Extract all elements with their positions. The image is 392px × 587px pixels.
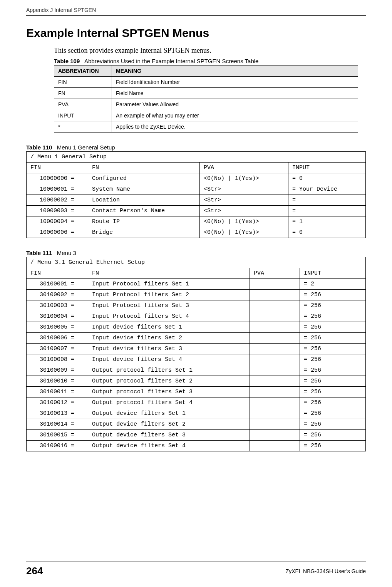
table-cell: 30100012 = bbox=[27, 397, 88, 408]
table-cell: = bbox=[288, 195, 366, 206]
table-cell: 30100004 = bbox=[27, 311, 88, 322]
table-cell: = 0 bbox=[288, 173, 366, 184]
table-row: 30100001 =Input Protocol filters Set 1= … bbox=[27, 279, 366, 290]
table-cell: = 256 bbox=[300, 441, 366, 451]
table-cell: = 256 bbox=[300, 354, 366, 365]
table-row: FINField Identification Number bbox=[54, 77, 358, 88]
table-111-menu-title-row: / Menu 3.1 General Ethernet Setup bbox=[27, 257, 366, 268]
table-cell: Output device filters Set 2 bbox=[88, 419, 250, 430]
table-cell: 30100001 = bbox=[27, 279, 88, 290]
table-row: 10000006 =Bridge<0(No) | 1(Yes)>= 0 bbox=[27, 227, 366, 238]
table-cell: 10000006 = bbox=[27, 227, 88, 238]
table-row: 30100007 =Input device filters Set 3= 25… bbox=[27, 344, 366, 354]
table-cell: = 256 bbox=[300, 344, 366, 354]
table-cell: 30100014 = bbox=[27, 419, 88, 430]
table-111-caption: Table 111 Menu 3 bbox=[26, 250, 366, 256]
table-cell: <0(No) | 1(Yes)> bbox=[200, 173, 288, 184]
table-row: 30100014 =Output device filters Set 2= 2… bbox=[27, 419, 366, 430]
table-110-caption: Table 110 Menu 1 General Setup bbox=[26, 144, 366, 151]
table-cell: Input Protocol filters Set 4 bbox=[88, 311, 250, 322]
table-cell: <Str> bbox=[200, 195, 288, 206]
table-row: 30100016 =Output device filters Set 4= 2… bbox=[27, 441, 366, 451]
guide-name: ZyXEL NBG-334SH User’s Guide bbox=[286, 568, 366, 574]
table-cell bbox=[250, 300, 300, 311]
table-cell: Output device filters Set 1 bbox=[88, 408, 250, 419]
table-cell: = 256 bbox=[300, 376, 366, 387]
table-cell bbox=[250, 354, 300, 365]
table-110-text: Menu 1 General Setup bbox=[57, 144, 115, 151]
table-109-caption: Table 109 Abbreviations Used in the Exam… bbox=[54, 58, 366, 64]
table-cell: 30100003 = bbox=[27, 300, 88, 311]
running-header: Appendix J Internal SPTGEN bbox=[0, 0, 392, 13]
table-cell: Output protocol filters Set 4 bbox=[88, 397, 250, 408]
table-row: 10000000 =Configured<0(No) | 1(Yes)>= 0 bbox=[27, 173, 366, 184]
table-cell: Location bbox=[88, 195, 200, 206]
table-cell: = 256 bbox=[300, 419, 366, 430]
table-cell: Input Protocol filters Set 1 bbox=[88, 279, 250, 290]
table-row: 10000004 =Route IP<0(No) | 1(Yes)>= 1 bbox=[27, 216, 366, 227]
table-110-h3: INPUT bbox=[288, 163, 366, 173]
table-cell: = 256 bbox=[300, 387, 366, 397]
table-cell: <Str> bbox=[200, 184, 288, 195]
table-cell: * bbox=[54, 121, 112, 132]
table-cell: = 256 bbox=[300, 290, 366, 300]
table-cell bbox=[250, 387, 300, 397]
table-cell: 10000002 = bbox=[27, 195, 88, 206]
table-cell: 30100016 = bbox=[27, 441, 88, 451]
table-row: 30100006 =Input device filters Set 2= 25… bbox=[27, 333, 366, 344]
table-110-prefix: Table 110 bbox=[26, 144, 52, 151]
table-cell: 10000003 = bbox=[27, 206, 88, 216]
table-cell: 30100011 = bbox=[27, 387, 88, 397]
table-cell: = Your Device bbox=[288, 184, 366, 195]
table-row: 30100013 =Output device filters Set 1= 2… bbox=[27, 408, 366, 419]
table-111-h3: INPUT bbox=[300, 268, 366, 279]
table-row: 10000003 =Contact Person's Name<Str>= bbox=[27, 206, 366, 216]
table-row: 30100008 =Input device filters Set 4= 25… bbox=[27, 354, 366, 365]
table-cell: = 256 bbox=[300, 333, 366, 344]
table-cell: Input Protocol filters Set 3 bbox=[88, 300, 250, 311]
table-row: FNField Name bbox=[54, 88, 358, 99]
table-cell: Output device filters Set 4 bbox=[88, 441, 250, 451]
table-cell: 30100013 = bbox=[27, 408, 88, 419]
table-111-h2: PVA bbox=[250, 268, 300, 279]
table-111-h1: FN bbox=[88, 268, 250, 279]
table-cell: An example of what you may enter bbox=[112, 110, 358, 121]
table-cell: System Name bbox=[88, 184, 200, 195]
table-109: ABBREVIATION MEANING FINField Identifica… bbox=[54, 65, 358, 132]
table-cell: = 256 bbox=[300, 322, 366, 333]
table-110-menu-title-row: / Menu 1 General Setup bbox=[27, 152, 366, 163]
table-row: 10000002 =Location<Str>= bbox=[27, 195, 366, 206]
table-110-h2: PVA bbox=[200, 163, 288, 173]
table-cell: Field Name bbox=[112, 88, 358, 99]
table-cell: 30100015 = bbox=[27, 430, 88, 441]
table-row: 30100012 =Output protocol filters Set 4=… bbox=[27, 397, 366, 408]
table-row: PVAParameter Values Allowed bbox=[54, 99, 358, 110]
table-110-h0: FIN bbox=[27, 163, 88, 173]
table-cell: Parameter Values Allowed bbox=[112, 99, 358, 110]
table-row: 30100010 =Output protocol filters Set 2=… bbox=[27, 376, 366, 387]
table-cell: Configured bbox=[88, 173, 200, 184]
table-cell: Input device filters Set 3 bbox=[88, 344, 250, 354]
table-110-col-headers: FIN FN PVA INPUT bbox=[27, 163, 366, 173]
table-cell: = bbox=[288, 206, 366, 216]
table-cell: Input device filters Set 1 bbox=[88, 322, 250, 333]
table-cell: <0(No) | 1(Yes)> bbox=[200, 216, 288, 227]
table-cell: <0(No) | 1(Yes)> bbox=[200, 227, 288, 238]
table-cell: 10000000 = bbox=[27, 173, 88, 184]
table-cell: Output device filters Set 3 bbox=[88, 430, 250, 441]
section-title: Example Internal SPTGEN Menus bbox=[26, 27, 366, 40]
table-cell: Contact Person's Name bbox=[88, 206, 200, 216]
table-cell bbox=[250, 397, 300, 408]
table-row: 30100009 =Output protocol filters Set 1=… bbox=[27, 365, 366, 376]
footer-rule bbox=[26, 562, 366, 562]
table-cell: Output protocol filters Set 2 bbox=[88, 376, 250, 387]
table-cell bbox=[250, 408, 300, 419]
table-111: / Menu 3.1 General Ethernet Setup FIN FN… bbox=[26, 257, 366, 451]
table-cell bbox=[250, 290, 300, 300]
table-111-menu-title: / Menu 3.1 General Ethernet Setup bbox=[27, 257, 366, 268]
table-cell: = 256 bbox=[300, 397, 366, 408]
table-cell: Field Identification Number bbox=[112, 77, 358, 88]
table-109-header-row: ABBREVIATION MEANING bbox=[54, 65, 358, 77]
table-row: 10000001 =System Name<Str>= Your Device bbox=[27, 184, 366, 195]
table-cell: = 1 bbox=[288, 216, 366, 227]
